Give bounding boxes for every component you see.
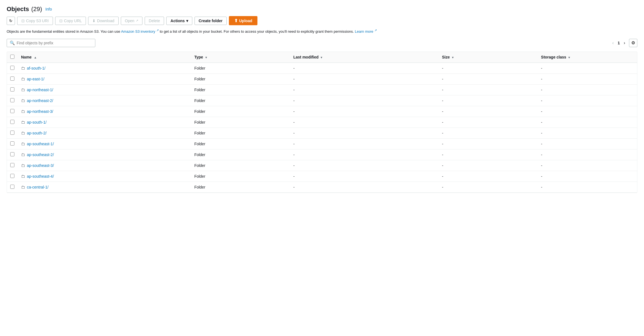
row-checkbox-6[interactable]: [10, 131, 14, 135]
row-type-cell-4: Folder: [191, 106, 290, 117]
learn-more-link[interactable]: Learn more ↗: [355, 29, 377, 34]
upload-button[interactable]: ⬆ Upload: [229, 16, 257, 25]
folder-link-11[interactable]: 🗀 ca-central-1/: [21, 185, 48, 189]
row-storage-cell-10: -: [538, 171, 637, 182]
select-all-checkbox[interactable]: [10, 55, 14, 59]
info-link[interactable]: Info: [45, 7, 52, 11]
col-header-size[interactable]: Size ▾: [439, 52, 538, 63]
row-name-cell: 🗀 af-south-1/: [18, 63, 191, 74]
folder-link-0[interactable]: 🗀 af-south-1/: [21, 66, 45, 70]
folder-icon-5: 🗀: [21, 120, 25, 124]
folder-icon-0: 🗀: [21, 66, 25, 70]
col-header-storage[interactable]: Storage class ▾: [538, 52, 637, 63]
copy-s3-uri-icon: ⊡: [21, 19, 25, 23]
row-checkbox-3[interactable]: [10, 98, 14, 102]
folder-link-10[interactable]: 🗀 ap-southeast-4/: [21, 174, 54, 179]
row-checkbox-7[interactable]: [10, 141, 14, 146]
folder-name-7: ap-southeast-1/: [27, 142, 54, 146]
storage-sort-icon: ▾: [568, 56, 570, 59]
folder-icon-8: 🗀: [21, 152, 25, 157]
table-row: 🗀 af-south-1/ Folder - - -: [7, 63, 637, 74]
refresh-button[interactable]: ↻: [7, 17, 15, 25]
row-checkbox-11[interactable]: [10, 185, 14, 189]
row-checkbox-10[interactable]: [10, 174, 14, 178]
folder-icon-2: 🗀: [21, 87, 25, 92]
row-checkbox-cell: [7, 63, 18, 74]
row-checkbox-cell: [7, 84, 18, 95]
s3-inventory-link[interactable]: Amazon S3 inventory ↗: [121, 29, 159, 34]
col-header-type[interactable]: Type ▾: [191, 52, 290, 63]
row-storage-cell-1: -: [538, 73, 637, 84]
copy-s3-uri-label: Copy S3 URI: [26, 19, 49, 23]
create-folder-button[interactable]: Create folder: [195, 17, 227, 25]
folder-link-2[interactable]: 🗀 ap-northeast-1/: [21, 87, 53, 92]
row-checkbox-8[interactable]: [10, 152, 14, 156]
external-link-icon: ↗: [156, 29, 159, 32]
folder-link-9[interactable]: 🗀 ap-southeast-3/: [21, 163, 54, 168]
table-header-row: Name ▲ Type ▾ Last modified ▾: [7, 52, 637, 63]
folder-icon-7: 🗀: [21, 141, 25, 146]
row-checkbox-cell: [7, 149, 18, 160]
copy-url-button[interactable]: ⊡ Copy URL: [55, 17, 86, 25]
row-checkbox-9[interactable]: [10, 163, 14, 167]
table-settings-button[interactable]: ⚙: [629, 39, 637, 47]
row-checkbox-2[interactable]: [10, 87, 14, 91]
row-size-cell-10: -: [439, 171, 538, 182]
table-row: 🗀 ap-south-2/ Folder - - -: [7, 128, 637, 138]
description-text2: to get a list of all objects in your buc…: [159, 29, 355, 34]
folder-link-1[interactable]: 🗀 ap-east-1/: [21, 77, 44, 81]
row-type-cell-1: Folder: [191, 73, 290, 84]
next-page-button[interactable]: ›: [622, 40, 627, 46]
row-storage-cell-7: -: [538, 138, 637, 149]
search-input[interactable]: [17, 41, 92, 45]
folder-link-6[interactable]: 🗀 ap-south-2/: [21, 131, 47, 135]
objects-table-wrap: Name ▲ Type ▾ Last modified ▾: [7, 52, 637, 193]
folder-icon-3: 🗀: [21, 98, 25, 103]
delete-button[interactable]: Delete: [145, 17, 164, 25]
open-button[interactable]: Open ↗: [121, 17, 142, 25]
col-header-modified[interactable]: Last modified ▾: [290, 52, 439, 63]
folder-link-7[interactable]: 🗀 ap-southeast-1/: [21, 141, 54, 146]
row-checkbox-5[interactable]: [10, 120, 14, 124]
row-name-cell: 🗀 ca-central-1/: [18, 182, 191, 192]
row-checkbox-1[interactable]: [10, 77, 14, 81]
delete-label: Delete: [149, 19, 160, 23]
row-type-cell-3: Folder: [191, 95, 290, 106]
upload-icon: ⬆: [234, 18, 238, 23]
row-modified-cell-5: -: [290, 117, 439, 128]
row-checkbox-4[interactable]: [10, 109, 14, 113]
actions-button[interactable]: Actions ▾: [166, 17, 192, 25]
download-label: Download: [97, 19, 114, 23]
row-modified-cell-4: -: [290, 106, 439, 117]
row-modified-cell-1: -: [290, 73, 439, 84]
description-text: Objects are the fundamental entities sto…: [7, 28, 395, 34]
row-name-cell: 🗀 ap-south-2/: [18, 128, 191, 138]
table-row: 🗀 ap-east-1/ Folder - - -: [7, 73, 637, 84]
row-checkbox-cell: [7, 73, 18, 84]
row-name-cell: 🗀 ap-northeast-2/: [18, 95, 191, 106]
col-name-label: Name: [21, 55, 32, 59]
row-checkbox-0[interactable]: [10, 66, 14, 70]
row-size-cell-0: -: [439, 63, 538, 74]
col-header-name[interactable]: Name ▲: [18, 52, 191, 63]
folder-link-4[interactable]: 🗀 ap-northeast-3/: [21, 109, 53, 114]
folder-link-3[interactable]: 🗀 ap-northeast-2/: [21, 98, 53, 103]
row-storage-cell-11: -: [538, 182, 637, 192]
table-row: 🗀 ap-southeast-4/ Folder - - -: [7, 171, 637, 182]
row-size-cell-1: -: [439, 73, 538, 84]
folder-name-9: ap-southeast-3/: [27, 163, 54, 168]
row-storage-cell-2: -: [538, 84, 637, 95]
select-all-header: [7, 52, 18, 63]
folder-link-5[interactable]: 🗀 ap-south-1/: [21, 120, 47, 124]
folder-link-8[interactable]: 🗀 ap-southeast-2/: [21, 152, 54, 157]
folder-icon-6: 🗀: [21, 131, 25, 135]
copy-s3-uri-button[interactable]: ⊡ Copy S3 URI: [17, 17, 53, 25]
chevron-right-icon: ›: [624, 40, 625, 45]
row-name-cell: 🗀 ap-southeast-2/: [18, 149, 191, 160]
download-button[interactable]: ⬇ Download: [88, 17, 118, 25]
toolbar: ↻ ⊡ Copy S3 URI ⊡ Copy URL ⬇ Download Op…: [7, 16, 637, 25]
table-row: 🗀 ap-northeast-3/ Folder - - -: [7, 106, 637, 117]
row-modified-cell-3: -: [290, 95, 439, 106]
main-container: Objects (29) Info ↻ ⊡ Copy S3 URI ⊡ Copy…: [0, 0, 644, 336]
prev-page-button[interactable]: ‹: [611, 40, 615, 46]
